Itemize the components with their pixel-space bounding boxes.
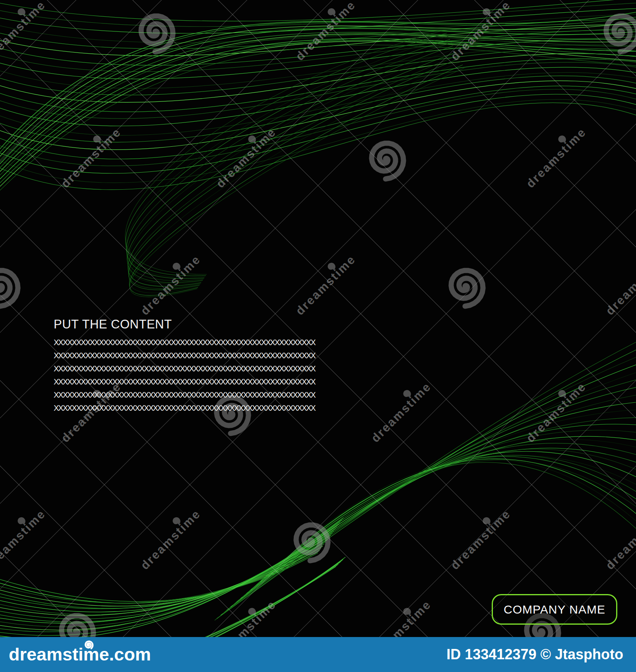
wave-line [227, 385, 636, 610]
placeholder-line: XXXXXXXXXXXXXXXXXXXXXXXXXXXXXXXXXXXXXXXX… [54, 375, 315, 388]
wave-line [126, 36, 448, 278]
wave-line [0, 49, 636, 95]
wave-line [0, 531, 334, 622]
wave-line [130, 68, 464, 297]
wave-line [260, 459, 636, 582]
wave-line [240, 436, 636, 598]
dreamstime-spiral-icon [83, 639, 95, 651]
wave-line [0, 526, 337, 627]
placeholder-line: XXXXXXXXXXXXXXXXXXXXXXXXXXXXXXXXXXXXXXXX… [54, 336, 315, 349]
wave-line [0, 0, 636, 21]
wave-line [128, 49, 455, 284]
wave-line [252, 456, 636, 589]
wave-line [256, 456, 636, 585]
wave-line [229, 393, 636, 609]
placeholder-line: XXXXXXXXXXXXXXXXXXXXXXXXXXXXXXXXXXXXXXXX… [54, 402, 315, 415]
placeholder-line: XXXXXXXXXXXXXXXXXXXXXXXXXXXXXXXXXXXXXXXX… [54, 362, 315, 375]
placeholder-line: XXXXXXXXXXXXXXXXXXXXXXXXXXXXXXXXXXXXXXXX… [54, 388, 315, 402]
wave-line [0, 94, 636, 173]
wave-line [0, 103, 636, 190]
watermark-footer-bar: dreamstime.com ID 133412379 © Jtasphoto [0, 637, 636, 672]
company-name-button[interactable]: COMPANY NAME [492, 594, 617, 625]
wave-line [258, 460, 636, 584]
placeholder-line: XXXXXXXXXXXXXXXXXXXXXXXXXXXXXXXXXXXXXXXX… [54, 349, 315, 362]
company-name-label: COMPANY NAME [504, 603, 605, 616]
wave-line [0, 72, 636, 135]
dreamstime-logo: dreamstime.com [9, 637, 151, 672]
content-block: PUT THE CONTENT XXXXXXXXXXXXXXXXXXXXXXXX… [54, 317, 315, 415]
image-credit: ID 133412379 © Jtasphoto [446, 637, 623, 672]
wave-line [0, 45, 636, 88]
wave-line [235, 418, 636, 604]
wave-line [0, 518, 343, 639]
wave-line [246, 448, 636, 594]
content-placeholder-text: XXXXXXXXXXXXXXXXXXXXXXXXXXXXXXXXXXXXXXXX… [54, 336, 315, 415]
wave-line [0, 8, 636, 33]
wave-line [237, 424, 636, 602]
wave-line [0, 89, 636, 166]
wave-line [238, 430, 636, 600]
wave-line [248, 449, 636, 592]
wave-line [250, 451, 636, 590]
stock-image-preview: dreamstimedreamstimedreamstimedreamstime… [0, 0, 636, 672]
wave-line [242, 439, 636, 597]
wave-line [231, 401, 636, 607]
wave-line [126, 33, 447, 276]
wave-line [0, 35, 636, 188]
wave-line [0, 99, 636, 183]
dreamstime-logo-text: dreamstime.com [9, 644, 151, 665]
wave-line [0, 15, 636, 167]
wave-line [262, 459, 636, 580]
wave-line [264, 462, 636, 579]
wave-line [233, 410, 636, 606]
content-title: PUT THE CONTENT [54, 317, 315, 332]
wave-line [0, 45, 636, 202]
